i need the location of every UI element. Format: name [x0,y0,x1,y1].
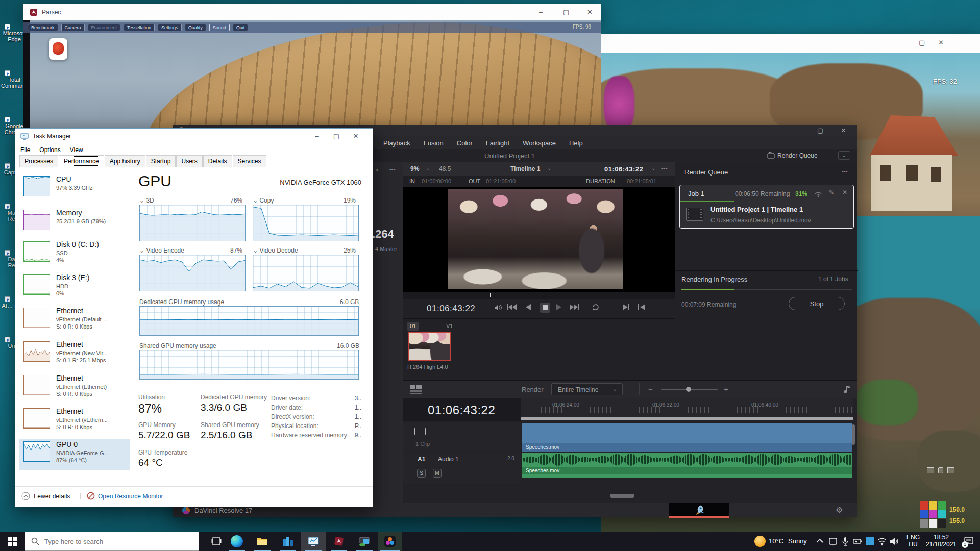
menu-item[interactable]: File [20,146,30,154]
timeline-zoom-slider[interactable] [662,389,718,390]
play-icon[interactable] [556,304,562,310]
tm-sidebar-item[interactable]: Ethernet vEthernet (Default ... S: 0 R: … [19,306,130,336]
lock-icon[interactable] [938,467,943,473]
weather-temp[interactable]: 10°C [769,537,783,545]
battery-icon[interactable] [852,536,863,546]
valley-window-titlebar[interactable]: – ▢ ✕ [601,34,980,53]
chevron-down-icon[interactable]: ⌄ [547,165,551,171]
audio-clip[interactable]: Speeches.mov [522,453,852,478]
tm-tab[interactable]: Users [176,155,202,167]
render-job-card[interactable]: Job 1 00:06:50 Remaining 31% ✎ ✕ Untitle… [679,185,854,229]
expander-icon[interactable]: ⌄ [253,197,258,204]
mute-button[interactable]: M [433,469,442,478]
more-icon[interactable]: ••• [842,168,848,174]
weather-icon[interactable] [754,536,766,547]
notification-center-button[interactable]: 1 [964,536,975,546]
goto-start-icon[interactable] [507,304,517,310]
benchmark-tab[interactable]: Tessellation [124,24,155,31]
tm-tab[interactable]: App history [105,155,145,167]
tm-sidebar-item[interactable]: GPU 0 NVIDIA GeForce G... 87% (64 °C) [19,439,130,470]
benchmark-tab[interactable]: Environment [88,24,121,31]
collapse-icon[interactable]: « [375,166,379,173]
heaven-logo[interactable] [49,38,67,60]
maximize-icon[interactable]: ▢ [919,39,925,46]
minimize-icon[interactable]: – [794,127,797,134]
hidden-icons-chevron[interactable] [815,536,825,546]
benchmark-tab[interactable]: Quit [233,24,249,31]
stop-button[interactable] [540,303,550,313]
fewer-details-icon[interactable] [21,492,30,500]
zoom-out-icon[interactable]: − [648,385,653,393]
viewer-scrub-bar[interactable] [403,292,675,299]
tm-sidebar-item[interactable]: Ethernet vEthernet (New Vir... S: 0.1 R:… [19,339,130,370]
mute-icon[interactable] [494,304,502,311]
taskbar-search[interactable] [24,532,199,551]
scrub-playhead[interactable] [490,293,491,297]
close-icon[interactable]: ✕ [348,132,363,140]
remote-render-icon[interactable] [814,190,823,197]
zoom-in-icon[interactable]: + [724,385,728,393]
start-button[interactable] [0,532,24,551]
tm-sidebar-item[interactable]: Ethernet vEthernet (Ethernet) S: 0 R: 0 … [19,373,130,404]
search-input[interactable] [43,537,186,546]
more-icon[interactable]: ••• [662,165,668,171]
expander-icon[interactable]: ⌄ [139,197,144,204]
mixer-note-icon[interactable] [843,385,851,394]
menu-item[interactable]: Help [569,139,583,147]
app-tray-icon[interactable] [866,537,874,545]
tm-tab[interactable]: Processes [19,155,58,167]
menu-item[interactable]: Playback [383,139,410,147]
chevron-down-icon[interactable]: ⌄ [426,165,430,171]
tm-tab[interactable]: Details [203,155,232,167]
close-icon[interactable]: ✕ [938,39,944,46]
benchmark-tab[interactable]: Settings [158,24,182,31]
timeline-scroll-indicator[interactable] [521,417,853,420]
goto-end-icon[interactable] [570,304,579,310]
monitor-icon[interactable] [947,467,954,473]
horizontal-scrollbar[interactable] [610,494,634,498]
play-around-icon[interactable] [623,304,630,310]
expander-icon[interactable]: ⌄ [139,247,144,254]
timeline-selector[interactable]: Timeline 1 [510,165,540,172]
menu-item[interactable]: Fairlight [486,139,509,147]
clip-thumbnail[interactable] [408,332,451,361]
tm-sidebar-item[interactable]: Ethernet vEthernet (vEthern... S: 0 R: 0… [19,406,130,437]
tm-titlebar[interactable]: Task Manager – ▢ ✕ [15,129,373,144]
panel-chevron-dropdown[interactable]: ⌄ [838,151,850,160]
tm-tab[interactable]: Startup [146,155,176,167]
maximize-icon[interactable]: ▢ [563,8,569,16]
list-icon[interactable] [927,467,934,473]
stop-render-button[interactable]: Stop [789,297,845,310]
play-around-rev-icon[interactable] [638,304,645,310]
close-icon[interactable]: ✕ [587,8,593,16]
maximize-icon[interactable]: ▢ [817,127,823,134]
close-icon[interactable]: ✕ [841,127,846,134]
edit-job-icon[interactable]: ✎ [829,189,834,196]
menu-item[interactable]: View [70,146,83,154]
benchmark-tab[interactable]: Sound [209,24,230,31]
loop-icon[interactable] [591,303,600,311]
clock[interactable]: 18:52 21/10/2021 [923,534,960,548]
minimize-icon[interactable]: – [309,132,325,140]
expander-icon[interactable]: ⌄ [253,247,258,254]
viewer-video-area[interactable] [403,187,675,292]
weather-condition[interactable]: Sunny [788,537,807,545]
tm-sidebar-item[interactable]: Disk 3 (E:) HDD 0% [19,272,130,303]
timeline-ruler[interactable]: 01:06:24:00 01:06:32:00 01:06:40:00 [521,398,853,417]
taskbar-app-parsec[interactable] [327,532,351,551]
render-queue-toggle[interactable]: Render Queue [777,152,818,159]
taskbar-app-task-manager[interactable] [301,532,326,551]
tm-sidebar-item[interactable]: Memory 25.2/31.9 GB (79%) [19,208,130,238]
gear-icon[interactable]: ⚙ [836,505,843,515]
taskbar-app-buildings[interactable] [276,532,300,551]
taskbar-app-resolve[interactable] [378,532,402,551]
taskbar-app-explorer[interactable] [250,532,275,551]
volume-icon[interactable] [889,536,899,546]
microphone-icon[interactable] [840,536,850,546]
video-track-header[interactable]: 1 Clip [403,423,521,452]
timeline-view-icon[interactable] [409,384,423,394]
video-clip[interactable]: Speeches.mov [522,423,852,452]
wifi-icon[interactable] [877,536,887,546]
solo-button[interactable]: S [417,469,426,478]
render-scope-dropdown[interactable]: Entire Timeline ⌄ [551,383,623,395]
